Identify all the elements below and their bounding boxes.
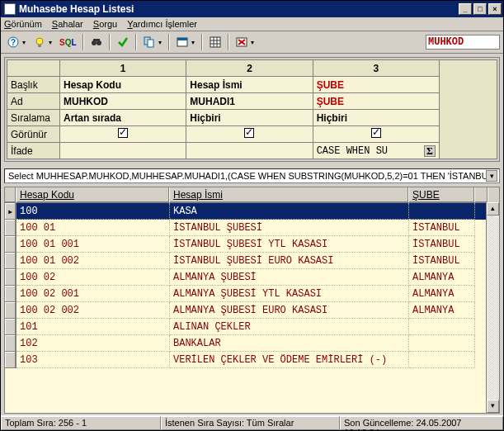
table-row[interactable]: 103VERİLEN ÇEKLER VE ÖDEME EMİRLERİ (-) bbox=[5, 352, 499, 368]
cell-gorunur-3[interactable] bbox=[313, 126, 439, 143]
dropdown-icon[interactable]: ▾ bbox=[158, 39, 165, 46]
row-marker bbox=[5, 220, 16, 236]
sql-label-q: Q bbox=[65, 38, 72, 47]
svg-point-2 bbox=[36, 38, 43, 45]
cell-sube: ALMANYA bbox=[409, 269, 475, 286]
table-row[interactable]: 100 02ALMANYA ŞUBESİALMANYA bbox=[5, 269, 499, 286]
cell-baslik-1[interactable]: Hesap Kodu bbox=[60, 77, 186, 93]
cell-baslik-3[interactable]: ŞUBE bbox=[313, 77, 439, 93]
menu-gorunum[interactable]: Görünüm bbox=[4, 19, 42, 29]
checkbox-icon[interactable] bbox=[244, 128, 254, 138]
scroll-track[interactable] bbox=[487, 216, 499, 400]
menu-bar: Görünüm Sahalar Sorgu Yardımcı İşlemler bbox=[1, 17, 503, 31]
row-marker: ▸ bbox=[5, 203, 16, 220]
col-hesap-ismi[interactable]: Hesap İsmi bbox=[170, 187, 409, 202]
row-ifade: İfade bbox=[7, 143, 60, 159]
menu-sahalar[interactable]: Sahalar bbox=[52, 19, 83, 29]
row-marker bbox=[5, 302, 16, 319]
cell-hesap-kodu: 102 bbox=[16, 335, 170, 352]
sql-label-l: L bbox=[71, 38, 76, 47]
cell-hesap-kodu: 100 02 002 bbox=[16, 302, 170, 319]
close-button[interactable]: × bbox=[488, 3, 502, 15]
minimize-button[interactable]: _ bbox=[459, 3, 472, 15]
svg-rect-8 bbox=[148, 40, 153, 47]
help-button[interactable]: ? bbox=[4, 33, 22, 51]
window-button[interactable] bbox=[173, 33, 191, 51]
cell-hesap-kodu: 101 bbox=[16, 319, 170, 335]
sql-text: Select MUHHESAP.MUHKOD,MUHHESAP.MUHADI1,… bbox=[8, 171, 495, 181]
dropdown-icon[interactable]: ▾ bbox=[49, 39, 55, 46]
col-sube[interactable]: ŞUBE bbox=[409, 187, 475, 202]
cell-siralama-1[interactable]: Artan sırada bbox=[60, 110, 186, 126]
col-header-3[interactable]: 3 bbox=[313, 60, 439, 77]
ifade-text: CASE WHEN SU bbox=[317, 145, 388, 157]
col-header-1[interactable]: 1 bbox=[60, 60, 186, 77]
result-body[interactable]: ▸100KASA100 01İSTANBUL ŞUBESİİSTANBUL100… bbox=[5, 203, 499, 413]
row-ad: Ad bbox=[7, 93, 60, 110]
config-grid: 1 2 3 Başlık Hesap Kodu Hesap İsmi ŞUBE … bbox=[7, 59, 497, 159]
sql-box[interactable]: Select MUHHESAP.MUHKOD,MUHHESAP.MUHADI1,… bbox=[4, 168, 500, 183]
cell-sube bbox=[409, 335, 475, 352]
table-row[interactable]: 100 01 001İSTANBUL ŞUBESİ YTL KASASIİSTA… bbox=[5, 236, 499, 253]
checkbox-icon[interactable] bbox=[118, 128, 128, 138]
cell-ad-3[interactable]: ŞUBE bbox=[313, 93, 439, 110]
table-row[interactable]: 100 01İSTANBUL ŞUBESİİSTANBUL bbox=[5, 220, 499, 236]
cell-hesap-ismi: ALMANYA ŞUBESİ bbox=[170, 269, 409, 286]
cell-sube: İSTANBUL bbox=[409, 220, 475, 236]
dropdown-icon[interactable]: ▾ bbox=[22, 39, 29, 46]
cell-sube: İSTANBUL bbox=[409, 236, 475, 253]
cell-gorunur-1[interactable] bbox=[60, 126, 186, 143]
table-row[interactable]: 101ALINAN ÇEKLER bbox=[5, 319, 499, 335]
cell-siralama-3[interactable]: Hiçbiri bbox=[313, 110, 439, 126]
cell-hesap-ismi: ALMANYA ŞUBESİ EURO KASASI bbox=[170, 302, 409, 319]
cell-siralama-2[interactable]: Hiçbiri bbox=[186, 110, 313, 126]
delete-button[interactable] bbox=[233, 33, 251, 51]
corner-cell bbox=[7, 60, 60, 77]
menu-yardimci[interactable]: Yardımcı İşlemler bbox=[127, 19, 197, 29]
col-header-2[interactable]: 2 bbox=[186, 60, 313, 77]
table-row[interactable]: 100 02 002ALMANYA ŞUBESİ EURO KASASIALMA… bbox=[5, 302, 499, 319]
scroll-up-button[interactable]: ▴ bbox=[487, 202, 499, 216]
cell-sube: ALMANYA bbox=[409, 302, 475, 319]
scroll-down-button[interactable]: ▾ bbox=[487, 400, 499, 413]
cell-ifade-2[interactable] bbox=[186, 143, 313, 159]
cell-hesap-ismi: İSTANBUL ŞUBESİ EURO KASASI bbox=[170, 253, 409, 269]
cell-hesap-ismi: İSTANBUL ŞUBESİ YTL KASASI bbox=[170, 236, 409, 253]
cell-gorunur-2[interactable] bbox=[186, 126, 313, 143]
table-row[interactable]: 100 02 001ALMANYA ŞUBESİ YTL KASASIALMAN… bbox=[5, 286, 499, 302]
maximize-button[interactable]: □ bbox=[473, 3, 487, 15]
cell-baslik-2[interactable]: Hesap İsmi bbox=[186, 77, 313, 93]
result-grid: Hesap Kodu Hesap İsmi ŞUBE ▸100KASA100 0… bbox=[4, 187, 500, 414]
copy-button[interactable] bbox=[140, 33, 158, 51]
dropdown-button[interactable]: ▾ bbox=[486, 170, 497, 182]
dropdown-icon[interactable]: ▾ bbox=[251, 39, 257, 46]
sql-button[interactable]: SQL bbox=[57, 33, 79, 51]
table-row[interactable]: 102BANKALAR bbox=[5, 335, 499, 352]
grid-button[interactable] bbox=[206, 33, 224, 51]
dropdown-icon[interactable]: ▾ bbox=[191, 39, 198, 46]
table-row[interactable]: ▸100KASA bbox=[5, 203, 499, 220]
cell-ad-2[interactable]: MUHADI1 bbox=[186, 93, 313, 110]
checkbox-icon[interactable] bbox=[371, 128, 381, 138]
app-icon bbox=[4, 3, 16, 15]
cell-ad-1[interactable]: MUHKOD bbox=[60, 93, 186, 110]
svg-rect-3 bbox=[38, 45, 41, 47]
search-input[interactable] bbox=[426, 35, 500, 50]
cell-ifade-3[interactable]: CASE WHEN SUΣ bbox=[313, 143, 439, 159]
row-marker bbox=[5, 269, 16, 286]
bulb-button[interactable] bbox=[31, 33, 49, 51]
result-header: Hesap Kodu Hesap İsmi ŞUBE bbox=[5, 187, 499, 203]
vertical-scrollbar[interactable]: ▴ ▾ bbox=[486, 202, 499, 413]
row-gorunur: Görünür bbox=[7, 126, 60, 143]
binoculars-button[interactable] bbox=[87, 33, 106, 51]
table-row[interactable]: 100 01 002İSTANBUL ŞUBESİ EURO KASASIİST… bbox=[5, 253, 499, 269]
check-button[interactable] bbox=[114, 33, 132, 51]
config-panel: 1 2 3 Başlık Hesap Kodu Hesap İsmi ŞUBE … bbox=[4, 57, 500, 162]
cell-sube: İSTANBUL bbox=[409, 253, 475, 269]
title-bar: Muhasebe Hesap Listesi _ □ × bbox=[1, 1, 503, 17]
sigma-icon[interactable]: Σ bbox=[424, 145, 436, 157]
col-hesap-kodu[interactable]: Hesap Kodu bbox=[16, 187, 170, 202]
menu-sorgu[interactable]: Sorgu bbox=[93, 19, 117, 29]
cell-ifade-1[interactable] bbox=[60, 143, 186, 159]
cell-hesap-ismi: BANKALAR bbox=[170, 335, 409, 352]
